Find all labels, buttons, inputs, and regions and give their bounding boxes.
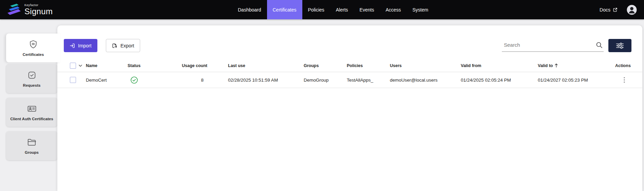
cell-actions (615, 76, 642, 84)
column-header-valid-from[interactable]: Valid from (461, 63, 538, 68)
sidebar-item-client-auth-certificates[interactable]: Client Auth Certificates (6, 98, 57, 127)
row-checkbox[interactable] (70, 77, 76, 83)
cell-name: DemoCert (86, 78, 128, 83)
docs-link[interactable]: Docs (600, 7, 618, 13)
table-header-row: Name Status Usage count Last use Groups … (57, 59, 642, 72)
brand-name-text: Signum (24, 7, 53, 16)
docs-link-label: Docs (600, 7, 610, 13)
status-valid-icon (130, 76, 138, 84)
cell-status (128, 76, 182, 84)
column-header-users[interactable]: Users (390, 63, 461, 68)
user-avatar-icon[interactable] (626, 4, 637, 15)
export-button-label: Export (120, 43, 134, 48)
import-button[interactable]: Import (64, 39, 97, 52)
nav-item-certificates[interactable]: Certificates (267, 0, 302, 19)
nav-item-alerts[interactable]: Alerts (330, 0, 354, 19)
nav-item-dashboard[interactable]: Dashboard (232, 0, 267, 19)
external-link-icon (613, 7, 618, 12)
export-icon (112, 43, 117, 48)
search-icon (595, 41, 603, 49)
search-input[interactable] (502, 42, 595, 50)
search-field (502, 41, 604, 52)
column-header-last-use[interactable]: Last use (228, 63, 304, 68)
certificates-panel: Import Export (57, 25, 642, 191)
cell-last-use: 02/28/2025 10:51:59 AM (228, 78, 304, 83)
sidebar-item-label: Requests (23, 83, 41, 87)
sidebar-item-label: Groups (25, 150, 39, 154)
sort-ascending-icon (554, 63, 558, 68)
row-select-cell (57, 77, 86, 83)
column-header-actions: Actions (615, 63, 642, 68)
filter-button[interactable] (608, 39, 631, 52)
cell-valid-from: 01/24/2025 02:05:24 PM (461, 78, 538, 83)
sidebar-item-requests[interactable]: Requests (6, 64, 57, 93)
nav-item-events[interactable]: Events (354, 0, 380, 19)
sidebar-item-label: Client Auth Certificates (10, 117, 53, 121)
nav-item-policies[interactable]: Policies (302, 0, 330, 19)
request-check-icon (27, 70, 37, 80)
folder-icon (27, 137, 37, 147)
column-header-policies[interactable]: Policies (347, 63, 390, 68)
column-header-usage-count[interactable]: Usage count (182, 63, 228, 68)
cell-users: demoUser@local.users (390, 78, 461, 83)
column-header-status[interactable]: Status (128, 63, 182, 68)
cell-usage-count: 8 (182, 78, 228, 83)
search-button[interactable] (595, 41, 604, 51)
brand-top-text: Keyfactor (24, 4, 53, 7)
vertical-dots-icon (624, 77, 625, 83)
id-card-icon (27, 104, 37, 114)
certificate-shield-icon (28, 39, 38, 49)
chevron-down-icon (78, 63, 83, 68)
select-all-checkbox[interactable] (70, 63, 76, 69)
nav-item-system[interactable]: System (407, 0, 434, 19)
import-button-label: Import (78, 43, 92, 48)
brand-logo[interactable]: Keyfactor Signum (0, 3, 53, 17)
column-header-valid-to[interactable]: Valid to (538, 63, 615, 68)
valid-to-label: Valid to (538, 63, 553, 68)
cell-policies: TestAllApps_ (347, 78, 390, 83)
sidebar-item-certificates[interactable]: Certificates (6, 34, 60, 62)
export-button[interactable]: Export (106, 39, 140, 52)
import-icon (70, 43, 75, 48)
sidebar-item-label: Certificates (23, 52, 44, 57)
keyfactor-logo-icon (5, 3, 21, 17)
cell-groups: DemoGroup (304, 78, 347, 83)
row-actions-menu-button[interactable] (621, 76, 628, 84)
filter-sliders-icon (616, 43, 624, 49)
column-header-name[interactable]: Name (86, 63, 128, 68)
top-navbar: Keyfactor Signum Dashboard Certificates … (0, 0, 644, 19)
sidebar-item-groups[interactable]: Groups (6, 131, 57, 160)
certificates-table: Name Status Usage count Last use Groups … (57, 59, 642, 88)
table-row[interactable]: DemoCert 8 02/28/2025 10:51:59 AM DemoGr… (57, 72, 642, 88)
nav-item-access[interactable]: Access (380, 0, 406, 19)
select-all-chevron[interactable] (78, 63, 83, 68)
column-header-groups[interactable]: Groups (304, 63, 347, 68)
main-nav: Dashboard Certificates Policies Alerts E… (232, 0, 434, 19)
header-select-cell (57, 63, 86, 69)
cell-valid-to: 01/24/2027 02:05:23 PM (538, 78, 615, 83)
